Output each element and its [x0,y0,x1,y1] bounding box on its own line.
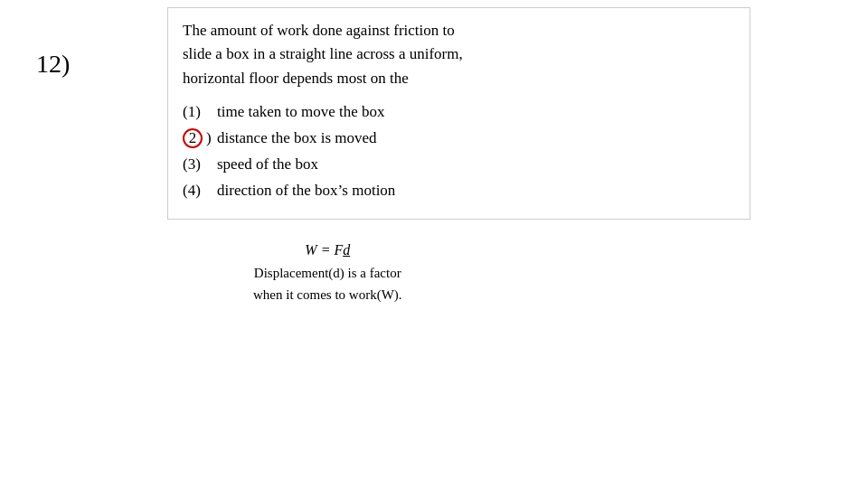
option-1-label: (1) [183,99,217,126]
options-list: (1) time taken to move the box 2 ) dista… [183,99,735,204]
option-1-text: time taken to move the box [217,99,385,126]
option-2-text: distance the box is moved [217,126,377,152]
option-1: (1) time taken to move the box [183,99,735,126]
page-container: 12) The amount of work done against fric… [0,0,868,488]
question-box: The amount of work done against friction… [167,7,750,220]
explanation-line1: Displacement(d) is a factor [253,262,402,284]
formula-W: W [305,242,316,258]
formula-equals: = [321,242,335,258]
answer-section: W = Fd Displacement(d) is a factor when … [253,242,402,305]
option-4-label: (4) [183,178,217,204]
explanation-line2: when it comes to work(W). [253,284,402,305]
question-line1: The amount of work done against friction… [183,22,455,39]
option-2: 2 ) distance the box is moved [183,126,735,152]
question-line3: horizontal floor depends most on the [183,70,409,87]
formula-F: F [334,242,343,258]
option-4-text: direction of the box’s motion [217,178,395,204]
option-3-label: (3) [183,152,217,178]
formula-d: d [343,242,350,258]
option-4: (4) direction of the box’s motion [183,178,735,204]
option-3: (3) speed of the box [183,152,735,178]
question-number: 12) [36,50,70,79]
formula-line: W = Fd [253,242,402,258]
option-2-label-wrapper: 2 ) [183,126,217,152]
option-3-text: speed of the box [217,152,318,178]
question-line2: slide a box in a straight line across a … [183,45,463,62]
question-text: The amount of work done against friction… [183,19,735,90]
option-2-circle: 2 [183,128,203,148]
option-2-paren: ) [206,126,212,152]
